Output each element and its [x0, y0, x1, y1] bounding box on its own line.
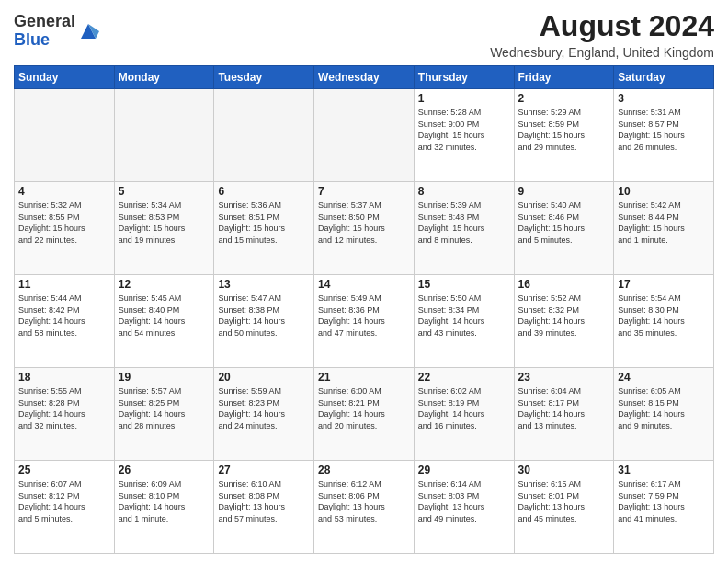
calendar-cell: [314, 89, 415, 182]
page: General Blue August 2024 Wednesbury, Eng…: [0, 0, 728, 563]
day-info: Sunrise: 5:34 AM Sunset: 8:53 PM Dayligh…: [119, 200, 210, 246]
calendar-cell: 14Sunrise: 5:49 AM Sunset: 8:36 PM Dayli…: [314, 275, 415, 368]
day-info: Sunrise: 6:10 AM Sunset: 8:08 PM Dayligh…: [218, 478, 310, 524]
calendar-cell: 28Sunrise: 6:12 AM Sunset: 8:06 PM Dayli…: [314, 461, 415, 554]
day-number: 21: [318, 371, 410, 384]
calendar-cell: [214, 89, 314, 182]
calendar-cell: [114, 89, 214, 182]
calendar-week-4: 25Sunrise: 6:07 AM Sunset: 8:12 PM Dayli…: [15, 461, 714, 554]
day-info: Sunrise: 5:36 AM Sunset: 8:51 PM Dayligh…: [218, 200, 310, 246]
calendar-cell: 15Sunrise: 5:50 AM Sunset: 8:34 PM Dayli…: [414, 275, 514, 368]
day-number: 24: [618, 371, 710, 384]
day-number: 9: [518, 185, 610, 198]
main-title: August 2024: [490, 9, 714, 43]
header-cell-friday: Friday: [514, 66, 614, 89]
day-info: Sunrise: 6:00 AM Sunset: 8:21 PM Dayligh…: [318, 385, 410, 431]
day-number: 31: [618, 464, 710, 477]
day-info: Sunrise: 6:05 AM Sunset: 8:15 PM Dayligh…: [618, 385, 710, 431]
day-info: Sunrise: 6:02 AM Sunset: 8:19 PM Dayligh…: [418, 385, 510, 431]
day-info: Sunrise: 5:42 AM Sunset: 8:44 PM Dayligh…: [618, 200, 710, 246]
logo-blue: Blue: [14, 30, 50, 49]
calendar-cell: 13Sunrise: 5:47 AM Sunset: 8:38 PM Dayli…: [214, 275, 314, 368]
day-number: 8: [418, 185, 510, 198]
calendar-cell: 25Sunrise: 6:07 AM Sunset: 8:12 PM Dayli…: [15, 461, 115, 554]
calendar-cell: [15, 89, 115, 182]
calendar-cell: 26Sunrise: 6:09 AM Sunset: 8:10 PM Dayli…: [114, 461, 214, 554]
day-info: Sunrise: 6:09 AM Sunset: 8:10 PM Dayligh…: [119, 478, 210, 524]
header-cell-sunday: Sunday: [15, 66, 115, 89]
calendar-cell: 16Sunrise: 5:52 AM Sunset: 8:32 PM Dayli…: [514, 275, 614, 368]
calendar-cell: 19Sunrise: 5:57 AM Sunset: 8:25 PM Dayli…: [114, 368, 214, 461]
day-info: Sunrise: 5:40 AM Sunset: 8:46 PM Dayligh…: [518, 200, 610, 246]
day-number: 18: [18, 371, 110, 384]
day-number: 2: [518, 92, 610, 105]
day-number: 27: [218, 464, 310, 477]
calendar-cell: 6Sunrise: 5:36 AM Sunset: 8:51 PM Daylig…: [214, 182, 314, 275]
day-info: Sunrise: 5:49 AM Sunset: 8:36 PM Dayligh…: [318, 293, 410, 339]
day-number: 3: [618, 92, 710, 105]
day-number: 23: [518, 371, 610, 384]
header-cell-saturday: Saturday: [614, 66, 714, 89]
day-info: Sunrise: 6:15 AM Sunset: 8:01 PM Dayligh…: [518, 478, 610, 524]
calendar-cell: 23Sunrise: 6:04 AM Sunset: 8:17 PM Dayli…: [514, 368, 614, 461]
calendar-cell: 22Sunrise: 6:02 AM Sunset: 8:19 PM Dayli…: [414, 368, 514, 461]
day-number: 28: [318, 464, 410, 477]
calendar-cell: 20Sunrise: 5:59 AM Sunset: 8:23 PM Dayli…: [214, 368, 314, 461]
day-info: Sunrise: 5:39 AM Sunset: 8:48 PM Dayligh…: [418, 200, 510, 246]
header-cell-tuesday: Tuesday: [214, 66, 314, 89]
day-info: Sunrise: 5:57 AM Sunset: 8:25 PM Dayligh…: [119, 385, 210, 431]
day-number: 17: [618, 278, 710, 291]
day-number: 12: [119, 278, 210, 291]
calendar-cell: 3Sunrise: 5:31 AM Sunset: 8:57 PM Daylig…: [614, 89, 714, 182]
day-info: Sunrise: 5:50 AM Sunset: 8:34 PM Dayligh…: [418, 293, 510, 339]
calendar-cell: 24Sunrise: 6:05 AM Sunset: 8:15 PM Dayli…: [614, 368, 714, 461]
calendar-cell: 18Sunrise: 5:55 AM Sunset: 8:28 PM Dayli…: [15, 368, 115, 461]
calendar-week-3: 18Sunrise: 5:55 AM Sunset: 8:28 PM Dayli…: [15, 368, 714, 461]
day-info: Sunrise: 5:47 AM Sunset: 8:38 PM Dayligh…: [218, 293, 310, 339]
day-info: Sunrise: 5:28 AM Sunset: 9:00 PM Dayligh…: [418, 107, 510, 153]
calendar-cell: 5Sunrise: 5:34 AM Sunset: 8:53 PM Daylig…: [114, 182, 214, 275]
day-info: Sunrise: 5:52 AM Sunset: 8:32 PM Dayligh…: [518, 293, 610, 339]
calendar-cell: 11Sunrise: 5:44 AM Sunset: 8:42 PM Dayli…: [15, 275, 115, 368]
calendar-cell: 9Sunrise: 5:40 AM Sunset: 8:46 PM Daylig…: [514, 182, 614, 275]
header-cell-wednesday: Wednesday: [314, 66, 415, 89]
day-number: 29: [418, 464, 510, 477]
calendar-cell: 30Sunrise: 6:15 AM Sunset: 8:01 PM Dayli…: [514, 461, 614, 554]
day-info: Sunrise: 5:44 AM Sunset: 8:42 PM Dayligh…: [18, 293, 110, 339]
day-number: 22: [418, 371, 510, 384]
day-number: 25: [18, 464, 110, 477]
calendar-header-row: SundayMondayTuesdayWednesdayThursdayFrid…: [15, 66, 714, 89]
calendar-cell: 4Sunrise: 5:32 AM Sunset: 8:55 PM Daylig…: [15, 182, 115, 275]
day-info: Sunrise: 6:07 AM Sunset: 8:12 PM Dayligh…: [18, 478, 110, 524]
calendar-week-1: 4Sunrise: 5:32 AM Sunset: 8:55 PM Daylig…: [15, 182, 714, 275]
subtitle: Wednesbury, England, United Kingdom: [490, 45, 714, 60]
day-number: 5: [119, 185, 210, 198]
logo-icon: [77, 20, 99, 42]
day-number: 16: [518, 278, 610, 291]
header-cell-thursday: Thursday: [414, 66, 514, 89]
day-info: Sunrise: 6:12 AM Sunset: 8:06 PM Dayligh…: [318, 478, 410, 524]
day-info: Sunrise: 5:45 AM Sunset: 8:40 PM Dayligh…: [119, 293, 210, 339]
calendar-week-0: 1Sunrise: 5:28 AM Sunset: 9:00 PM Daylig…: [15, 89, 714, 182]
calendar-body: 1Sunrise: 5:28 AM Sunset: 9:00 PM Daylig…: [15, 89, 714, 554]
calendar-table: SundayMondayTuesdayWednesdayThursdayFrid…: [14, 65, 714, 554]
day-info: Sunrise: 5:32 AM Sunset: 8:55 PM Dayligh…: [18, 200, 110, 246]
day-info: Sunrise: 5:29 AM Sunset: 8:59 PM Dayligh…: [518, 107, 610, 153]
day-number: 19: [119, 371, 210, 384]
day-info: Sunrise: 6:17 AM Sunset: 7:59 PM Dayligh…: [618, 478, 710, 524]
day-info: Sunrise: 5:31 AM Sunset: 8:57 PM Dayligh…: [618, 107, 710, 153]
calendar-cell: 7Sunrise: 5:37 AM Sunset: 8:50 PM Daylig…: [314, 182, 415, 275]
day-info: Sunrise: 5:55 AM Sunset: 8:28 PM Dayligh…: [18, 385, 110, 431]
day-number: 7: [318, 185, 410, 198]
day-number: 10: [618, 185, 710, 198]
day-number: 20: [218, 371, 310, 384]
day-number: 30: [518, 464, 610, 477]
day-info: Sunrise: 5:59 AM Sunset: 8:23 PM Dayligh…: [218, 385, 310, 431]
header: General Blue August 2024 Wednesbury, Eng…: [14, 9, 714, 60]
day-number: 11: [18, 278, 110, 291]
day-info: Sunrise: 6:14 AM Sunset: 8:03 PM Dayligh…: [418, 478, 510, 524]
calendar-cell: 29Sunrise: 6:14 AM Sunset: 8:03 PM Dayli…: [414, 461, 514, 554]
calendar-cell: 2Sunrise: 5:29 AM Sunset: 8:59 PM Daylig…: [514, 89, 614, 182]
day-number: 4: [18, 185, 110, 198]
title-block: August 2024 Wednesbury, England, United …: [490, 9, 714, 60]
